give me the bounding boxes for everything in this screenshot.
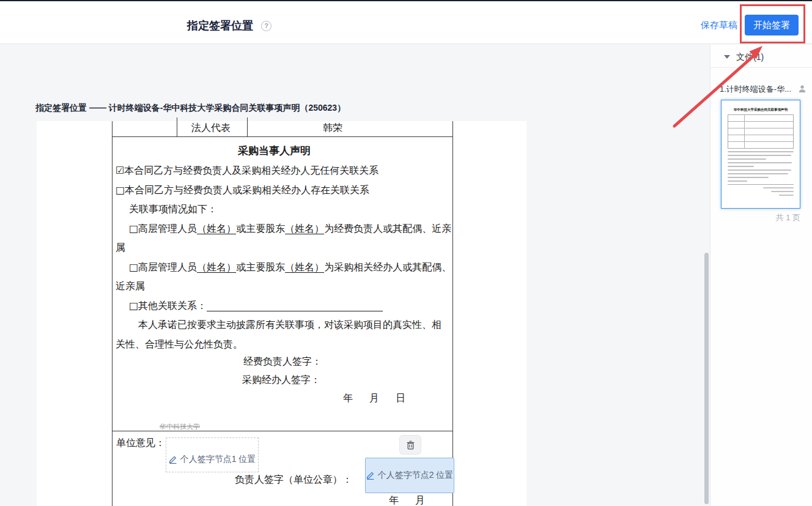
doc-line: □本合同乙方与经费负责人或采购相关经办人存在关联关系 (113, 180, 452, 200)
page-thumbnail[interactable]: 华中科技大学采购合同关联事项声明 (721, 100, 800, 209)
doc-line: 关性、合理性与公允性负责。 (113, 335, 452, 354)
delete-node-button[interactable] (399, 435, 421, 455)
legal-rep-value: 韩荣 (323, 122, 342, 135)
person-icon (798, 84, 806, 93)
top-bar: 指定签署位置 ? 保存草稿 开始签署 (0, 0, 812, 44)
start-sign-button[interactable]: 开始签署 (745, 15, 799, 35)
purchase-agent-signature-line: 采购经办人签字： (242, 374, 320, 387)
pencil-icon (169, 455, 177, 464)
date-line: 年 月 日 (389, 494, 452, 506)
declaration-section: 采购当事人声明 ☑本合同乙方与经费负责人及采购相关经办人无任何关联关系□本合同乙… (113, 137, 452, 431)
doc-body-lines: ☑本合同乙方与经费负责人及采购相关经办人无任何关联关系□本合同乙方与经费负责人或… (113, 161, 452, 354)
table-divider (177, 117, 177, 136)
chevron-down-icon (724, 55, 730, 59)
unit-opinion-row: 单位意见： 个人签字节点1 位置 (113, 431, 452, 506)
thumbnail-title: 华中科技大学采购合同关联事项声明 (728, 107, 794, 112)
legal-rep-label: 法人代表 (191, 122, 231, 135)
signature-node-1-label: 个人签字节点1 位置 (180, 454, 256, 465)
doc-line: 近亲属 (113, 277, 452, 296)
doc-line: □其他关联关系： (113, 296, 452, 316)
doc-line: 本人承诺已按要求主动披露所有关联事项，对该采购项目的真实性、相 (113, 315, 452, 335)
document-page: 法人代表 韩荣 采购当事人声明 ☑本合同乙方与经费负责人及采购相关经办人无任何关… (37, 121, 526, 506)
signature-node-2-label: 个人签字节点2 位置 (378, 470, 454, 481)
file-list-item[interactable]: 1.计时终端设备-华... (720, 84, 805, 95)
date-line: 年 月 日 (343, 392, 409, 405)
funds-owner-signature-line: 经费负责人签字： (243, 355, 322, 368)
save-draft-button[interactable]: 保存草稿 (701, 20, 737, 31)
page-count: 共 1 页 (711, 212, 800, 223)
table-divider (247, 117, 248, 136)
leader-signature-label: 负责人签字（单位公章）： (235, 474, 352, 486)
thumbnail-table (728, 114, 794, 149)
files-sidebar: 文件(1) 1.计时终端设备-华... 华中科技大学采购合同关联事项声明 共 1… (710, 45, 812, 506)
vertical-scrollbar-thumb[interactable] (704, 253, 709, 504)
doc-line: ☑本合同乙方与经费负责人及采购相关经办人无任何关联关系 (113, 161, 452, 180)
pencil-icon (366, 471, 375, 480)
doc-line: □高层管理人员（姓名）或主要股东（姓名）为经费负责人或其配偶、近亲 (113, 219, 452, 239)
table-row: 法人代表 韩荣 (113, 121, 452, 137)
document-canvas: 指定签署位置 —— 计时终端设备-华中科技大学采购合同关联事项声明（250623… (0, 45, 710, 506)
thumbnail-text-lines (728, 151, 794, 182)
help-icon[interactable]: ? (261, 21, 271, 31)
thumbnail-footer-lines (728, 184, 794, 196)
trash-icon (406, 441, 415, 450)
page-title: 指定签署位置 (187, 18, 253, 33)
doc-line: □高层管理人员（姓名）或主要股东（姓名）为采购相关经办人或其配偶、 (113, 258, 452, 277)
files-header-label: 文件(1) (736, 52, 764, 63)
doc-line: 属 (113, 238, 452, 258)
declaration-title: 采购当事人声明 (238, 144, 311, 158)
signature-node-1-widget[interactable]: 个人签字节点1 位置 (166, 437, 259, 472)
breadcrumb: 指定签署位置 —— 计时终端设备-华中科技大学采购合同关联事项声明（250623… (35, 103, 345, 114)
signer-owner-tag: 华中科技大学 (160, 422, 200, 431)
document-table: 法人代表 韩荣 采购当事人声明 ☑本合同乙方与经费负责人及采购相关经办人无任何关… (112, 121, 453, 506)
files-section-header[interactable]: 文件(1) (711, 45, 812, 68)
unit-opinion-label: 单位意见： (116, 437, 165, 450)
doc-line: 关联事项情况如下： (113, 199, 452, 219)
signature-node-2-widget[interactable]: 个人签字节点2 位置 (365, 458, 454, 493)
